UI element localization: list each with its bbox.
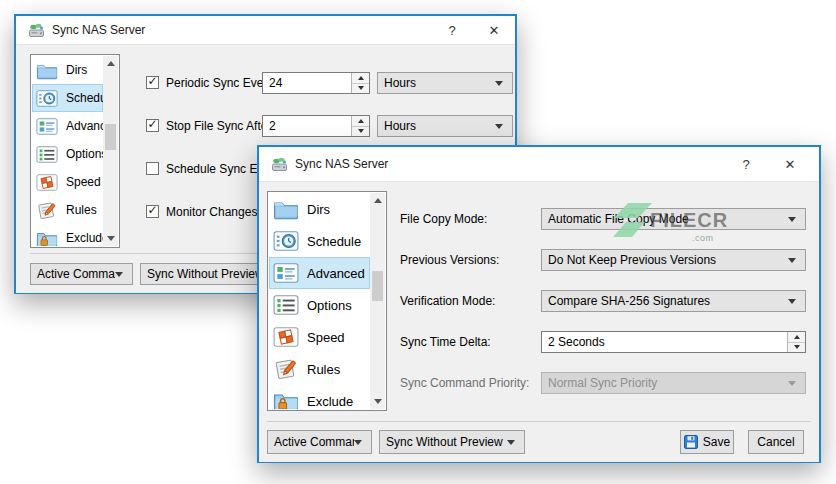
scroll-down-icon[interactable] bbox=[103, 231, 118, 246]
sync-command-priority-select: Normal Sync Priority bbox=[541, 372, 806, 394]
clock-panel-icon bbox=[273, 230, 299, 252]
pencil-paper-icon bbox=[36, 201, 58, 220]
sidebar-item-dirs[interactable]: Dirs bbox=[269, 193, 370, 225]
stop-file-sync-label: Stop File Sync After: bbox=[166, 115, 275, 137]
stop-file-sync-unit-select[interactable]: Hours bbox=[377, 115, 513, 137]
chevron-down-icon bbox=[115, 272, 123, 277]
sync-time-delta-label: Sync Time Delta: bbox=[400, 331, 491, 353]
close-button[interactable]: ✕ bbox=[775, 147, 805, 181]
sidebar-item-advanced[interactable]: Advanced bbox=[269, 257, 370, 289]
chevron-down-icon bbox=[507, 440, 515, 445]
checker-icon bbox=[273, 326, 299, 348]
sidebar-item-speed[interactable]: Speed bbox=[269, 321, 370, 353]
sidebar-item-label: Dirs bbox=[307, 202, 330, 217]
save-button[interactable]: Save bbox=[680, 430, 734, 454]
spin-down-icon[interactable] bbox=[352, 84, 369, 94]
settings-panel-icon bbox=[273, 262, 299, 284]
spin-down-icon[interactable] bbox=[788, 343, 805, 353]
titlebar[interactable]: Sync NAS Server ? ✕ bbox=[259, 147, 819, 182]
scrollbar-thumb[interactable] bbox=[372, 271, 383, 301]
sidebar-item-label: Schedule bbox=[307, 234, 361, 249]
spin-up-icon[interactable] bbox=[352, 73, 369, 84]
sidebar-item-label: Exclude bbox=[66, 231, 103, 245]
category-list: Dirs Schedule Advanced Options Speed bbox=[267, 191, 387, 411]
sidebar-item-label: Advanced bbox=[66, 119, 103, 133]
folder-icon bbox=[36, 61, 58, 80]
sidebar-scrollbar[interactable] bbox=[103, 56, 118, 246]
spin-down-icon[interactable] bbox=[352, 127, 369, 137]
window-title: Sync NAS Server bbox=[52, 23, 145, 37]
sidebar-item-schedule[interactable]: Schedule bbox=[269, 225, 370, 257]
sidebar-item-options[interactable]: Options bbox=[269, 289, 370, 321]
monitor-changes-label: Monitor Changes bbox=[166, 201, 257, 223]
periodic-sync-value-input[interactable]: 24 bbox=[262, 72, 370, 94]
sidebar-item-label: Advanced bbox=[307, 266, 365, 281]
window-body: Dirs Schedule Advanced Options Speed bbox=[259, 182, 819, 462]
sidebar-scrollbar[interactable] bbox=[370, 193, 385, 409]
sidebar-item-speed[interactable]: Speed bbox=[32, 168, 103, 196]
chevron-down-icon bbox=[354, 440, 362, 445]
sidebar-item-options[interactable]: Options bbox=[32, 140, 103, 168]
monitor-changes-checkbox[interactable]: ✓ bbox=[146, 205, 159, 218]
sidebar-item-advanced[interactable]: Advanced bbox=[32, 112, 103, 140]
active-command-select[interactable]: Active Command bbox=[30, 263, 133, 285]
previous-versions-select[interactable]: Do Not Keep Previous Versions bbox=[541, 249, 806, 271]
titlebar[interactable]: Sync NAS Server ? ✕ bbox=[16, 16, 515, 45]
spin-up-icon[interactable] bbox=[352, 116, 369, 127]
check-mark: ✓ bbox=[147, 205, 157, 216]
sidebar-item-rules[interactable]: Rules bbox=[269, 353, 370, 385]
pencil-paper-icon bbox=[273, 358, 299, 380]
footer-divider bbox=[267, 421, 811, 422]
locked-folder-icon bbox=[273, 390, 299, 409]
sidebar-item-label: Speed bbox=[66, 175, 101, 189]
help-button[interactable]: ? bbox=[437, 16, 467, 44]
sidebar-item-label: Exclude bbox=[307, 394, 353, 409]
close-button[interactable]: ✕ bbox=[479, 16, 509, 44]
settings-panel-icon bbox=[36, 117, 58, 136]
chevron-down-icon bbox=[495, 124, 503, 129]
chevron-down-icon bbox=[495, 81, 503, 86]
sidebar-item-rules[interactable]: Rules bbox=[32, 196, 103, 224]
cancel-button[interactable]: Cancel bbox=[748, 430, 804, 454]
save-button-label: Save bbox=[703, 435, 730, 449]
periodic-sync-unit-select[interactable]: Hours bbox=[377, 72, 513, 94]
periodic-sync-label: Periodic Sync Every: bbox=[166, 72, 277, 94]
sidebar-item-label: Options bbox=[66, 147, 103, 161]
schedule-sync-checkbox[interactable] bbox=[146, 162, 159, 175]
sidebar-item-exclude[interactable]: Exclude bbox=[269, 385, 370, 409]
locked-folder-icon bbox=[36, 229, 58, 247]
previous-versions-label: Previous Versions: bbox=[400, 249, 499, 271]
sidebar-item-schedule[interactable]: Schedule bbox=[32, 84, 103, 112]
app-icon bbox=[28, 22, 45, 38]
sidebar-item-label: Speed bbox=[307, 330, 345, 345]
help-button[interactable]: ? bbox=[731, 147, 761, 181]
stop-file-sync-value-input[interactable]: 2 bbox=[262, 115, 370, 137]
periodic-sync-checkbox[interactable]: ✓ bbox=[146, 76, 159, 89]
sync-time-delta-input[interactable]: 2 Seconds bbox=[541, 331, 806, 353]
clock-panel-icon bbox=[36, 89, 58, 108]
options-list-icon bbox=[273, 294, 299, 316]
folder-icon bbox=[273, 198, 299, 220]
save-floppy-icon bbox=[684, 435, 698, 449]
sidebar-item-exclude[interactable]: Exclude bbox=[32, 224, 103, 246]
check-mark: ✓ bbox=[147, 76, 157, 87]
scrollbar-thumb[interactable] bbox=[105, 124, 116, 150]
file-copy-mode-select[interactable]: Automatic File Copy Mode bbox=[541, 208, 806, 230]
sidebar-item-dirs[interactable]: Dirs bbox=[32, 56, 103, 84]
scroll-up-icon[interactable] bbox=[370, 193, 385, 208]
file-copy-mode-label: File Copy Mode: bbox=[400, 208, 487, 230]
verification-mode-select[interactable]: Compare SHA-256 Signatures bbox=[541, 290, 806, 312]
cancel-button-label: Cancel bbox=[757, 435, 794, 449]
chevron-down-icon bbox=[788, 217, 796, 222]
sidebar-item-label: Options bbox=[307, 298, 352, 313]
chevron-down-icon bbox=[788, 381, 796, 386]
spin-up-icon[interactable] bbox=[788, 332, 805, 343]
scroll-down-icon[interactable] bbox=[370, 394, 385, 409]
chevron-down-icon bbox=[788, 299, 796, 304]
scroll-up-icon[interactable] bbox=[103, 56, 118, 71]
active-command-select[interactable]: Active Command bbox=[267, 430, 372, 454]
sync-without-preview-select[interactable]: Sync Without Preview bbox=[379, 430, 525, 454]
sync-command-priority-label: Sync Command Priority: bbox=[400, 372, 529, 394]
sidebar-item-label: Rules bbox=[307, 362, 340, 377]
stop-file-sync-checkbox[interactable]: ✓ bbox=[146, 119, 159, 132]
